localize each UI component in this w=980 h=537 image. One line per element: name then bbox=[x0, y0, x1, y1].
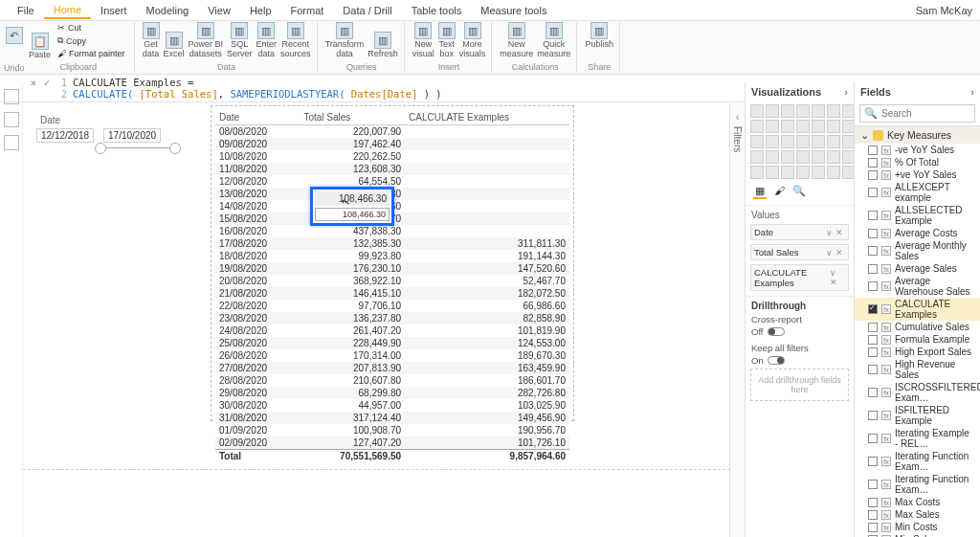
checkbox-icon[interactable] bbox=[868, 434, 878, 443]
table-row[interactable]: 28/08/2020210,607.80186,601.70 bbox=[215, 374, 569, 387]
field-max-sales[interactable]: fxMax Sales bbox=[855, 508, 980, 521]
table-row[interactable]: 30/08/202044,957.00103,025.90 bbox=[215, 399, 569, 412]
field--of-total[interactable]: fx% Of Total bbox=[855, 156, 980, 168]
ribbon-text-box[interactable]: ▥Text box bbox=[438, 22, 456, 58]
viz-type-33[interactable] bbox=[827, 166, 840, 179]
ribbon-power-bi-datasets[interactable]: ▥Power BI datasets bbox=[189, 22, 224, 58]
table-row[interactable]: 24/08/2020261,407.20101,819.90 bbox=[215, 324, 569, 337]
slicer-to[interactable]: 17/10/2020 bbox=[103, 128, 161, 143]
format-painter-button[interactable]: 🖌Format painter bbox=[55, 48, 128, 59]
report-view-icon[interactable] bbox=[4, 89, 19, 104]
field-iscrossfiltered-exam-[interactable]: fxISCROSSFILTERED Exam… bbox=[855, 381, 980, 404]
format-tab-icon[interactable]: 🖌 bbox=[774, 185, 785, 199]
keep-filters-toggle[interactable] bbox=[768, 356, 785, 365]
menu-measuretools[interactable]: Measure tools bbox=[471, 2, 556, 19]
viz-type-8[interactable] bbox=[766, 120, 779, 133]
field-average-sales[interactable]: fxAverage Sales bbox=[855, 262, 980, 275]
field-max-costs[interactable]: fxMax Costs bbox=[855, 496, 980, 508]
checkbox-icon[interactable] bbox=[868, 281, 878, 291]
field--ve-yoy-sales[interactable]: fx+ve YoY Sales bbox=[855, 168, 980, 181]
menu-format[interactable]: Format bbox=[281, 2, 334, 19]
field-calculate-examples[interactable]: fxCALCULATE Examples bbox=[855, 298, 980, 321]
table-row[interactable]: 16/08/2020437,838.30 bbox=[215, 225, 569, 237]
collapse-fields-icon[interactable]: › bbox=[970, 86, 974, 98]
table-row[interactable]: 21/08/2020146,415.10182,072.50 bbox=[215, 287, 569, 300]
table-row[interactable]: 11/08/2020123,608.30 bbox=[215, 163, 569, 175]
filters-pane-collapsed[interactable]: ‹ Filters bbox=[729, 103, 745, 537]
well-total-sales[interactable]: Total Sales∨ ✕ bbox=[750, 244, 849, 260]
table-row[interactable]: 23/08/2020136,237.8082,858.90 bbox=[215, 312, 569, 324]
menu-datadrill[interactable]: Data / Drill bbox=[333, 2, 401, 19]
table-row[interactable]: 10/08/2020220,262.50 bbox=[215, 150, 569, 163]
viz-type-17[interactable] bbox=[796, 135, 810, 148]
field-formula-example[interactable]: fxFormula Example bbox=[855, 333, 980, 346]
well-dropdown-icon[interactable]: ∨ ✕ bbox=[828, 268, 845, 287]
viz-type-2[interactable] bbox=[781, 104, 794, 118]
table-row[interactable]: 25/08/2020228,449.90124,553.00 bbox=[215, 337, 569, 349]
table-key-measures[interactable]: ⌄Key Measures bbox=[855, 125, 980, 144]
viz-type-12[interactable] bbox=[827, 120, 840, 133]
drillthrough-drop[interactable]: Add drillthrough fields here bbox=[750, 369, 849, 401]
field-isfiltered-example[interactable]: fxISFILTERED Example bbox=[855, 404, 980, 427]
menu-insert[interactable]: Insert bbox=[91, 2, 137, 19]
checkbox-icon[interactable] bbox=[868, 323, 878, 332]
table-row[interactable]: 22/08/202097,706.1066,986.60 bbox=[215, 300, 569, 312]
table-row[interactable]: 31/08/2020317,124.40149,456.90 bbox=[215, 412, 569, 424]
table-visual[interactable]: Date Total Sales CALCULATE Examples 08/0… bbox=[211, 105, 574, 421]
table-row[interactable]: 01/09/2020100,908.70190,956.70 bbox=[215, 424, 569, 436]
col-total-sales[interactable]: Total Sales bbox=[300, 110, 405, 125]
ribbon-recent-sources[interactable]: ▥Recent sources bbox=[280, 22, 311, 58]
formula-commit[interactable]: ✓ bbox=[40, 77, 54, 88]
cut-button[interactable]: ✂Cut bbox=[55, 22, 128, 34]
ribbon-transform-data[interactable]: ▥Transform data bbox=[325, 22, 365, 58]
ribbon-sql-server[interactable]: ▥SQL Server bbox=[227, 22, 253, 58]
field-allexcept-example[interactable]: fxALLEXCEPT example bbox=[855, 181, 980, 204]
checkbox-icon[interactable] bbox=[868, 510, 878, 520]
field-high-revenue-sales[interactable]: fxHigh Revenue Sales bbox=[855, 358, 980, 381]
field-high-export-sales[interactable]: fxHigh Export Sales bbox=[855, 346, 980, 358]
menu-tabletools[interactable]: Table tools bbox=[402, 2, 472, 19]
checkbox-icon[interactable] bbox=[868, 170, 878, 180]
ribbon-enter-data[interactable]: ▥Enter data bbox=[256, 22, 278, 58]
ribbon-more-visuals[interactable]: ▥More visuals bbox=[459, 22, 486, 58]
table-row[interactable]: 19/08/2020176,230.10147,520.60 bbox=[215, 262, 569, 275]
fields-search[interactable]: 🔍 bbox=[859, 104, 975, 123]
field-iterating-function-exam-[interactable]: fxIterating Function Exam… bbox=[855, 450, 980, 473]
viz-type-21[interactable] bbox=[750, 150, 764, 164]
ribbon-refresh[interactable]: ▥Refresh bbox=[368, 32, 398, 58]
viz-type-5[interactable] bbox=[827, 104, 840, 118]
viz-type-19[interactable] bbox=[827, 135, 840, 148]
table-row[interactable]: 02/09/2020127,407.20101,726.10 bbox=[215, 436, 569, 450]
table-row[interactable]: 18/08/202099,923.80191,144.30 bbox=[215, 250, 569, 262]
viz-type-10[interactable] bbox=[796, 120, 810, 133]
field-cumulative-sales[interactable]: fxCumulative Sales bbox=[855, 321, 980, 333]
field-allselected-example[interactable]: fxALLSELECTED Example bbox=[855, 204, 980, 227]
viz-type-9[interactable] bbox=[781, 120, 794, 133]
viz-type-26[interactable] bbox=[827, 150, 840, 164]
ribbon-excel[interactable]: ▥Excel bbox=[164, 32, 185, 58]
viz-type-31[interactable] bbox=[796, 166, 810, 179]
field-average-warehouse-sales[interactable]: fxAverage Warehouse Sales bbox=[855, 275, 980, 298]
checkbox-icon[interactable] bbox=[868, 145, 878, 155]
viz-type-14[interactable] bbox=[750, 135, 764, 148]
field-iterating-function-exam-[interactable]: fxIterating Function Exam… bbox=[855, 473, 980, 496]
field-min-sales[interactable]: fxMin Sales bbox=[855, 533, 980, 537]
fields-tab-icon[interactable]: ▦ bbox=[753, 185, 767, 199]
checkbox-icon[interactable] bbox=[868, 498, 878, 507]
cross-report-toggle[interactable] bbox=[768, 327, 785, 336]
viz-type-15[interactable] bbox=[766, 135, 779, 148]
well-calc-examples[interactable]: CALCULATE Examples∨ ✕ bbox=[750, 264, 849, 291]
col-date[interactable]: Date bbox=[215, 110, 300, 125]
viz-type-24[interactable] bbox=[796, 150, 810, 164]
ribbon-quick-measure[interactable]: ▥Quick measure bbox=[537, 22, 570, 58]
viz-type-23[interactable] bbox=[781, 150, 794, 164]
checkbox-icon[interactable] bbox=[868, 211, 878, 220]
checkbox-icon[interactable] bbox=[868, 388, 878, 397]
undo-button[interactable]: ↶ bbox=[6, 27, 23, 44]
checkbox-icon[interactable] bbox=[868, 480, 878, 489]
menu-view[interactable]: View bbox=[198, 2, 240, 19]
viz-type-22[interactable] bbox=[766, 150, 779, 164]
viz-type-30[interactable] bbox=[781, 166, 794, 179]
checkbox-icon[interactable] bbox=[868, 264, 878, 274]
slicer-from[interactable]: 12/12/2018 bbox=[36, 128, 94, 143]
